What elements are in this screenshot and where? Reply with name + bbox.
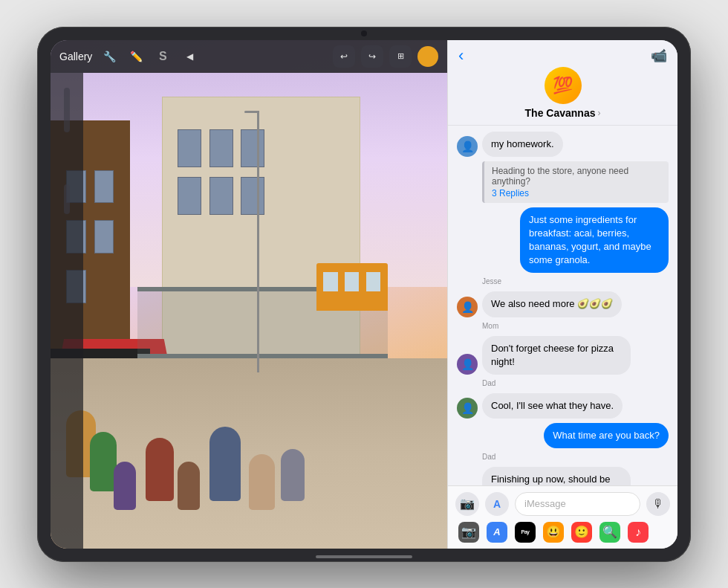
messages-back-button[interactable]: ‹ [458, 48, 464, 64]
smudge-icon[interactable]: S [153, 47, 172, 66]
avatar-jesse: 👤 [457, 297, 478, 317]
drawing-app: Gallery 🔧 ✏️ S ◀ ↩ ↪ ⊞ [51, 40, 447, 549]
avatar-dad: 👤 [457, 398, 478, 419]
eraser-icon[interactable]: ◀ [180, 47, 199, 66]
ipad-device: Gallery 🔧 ✏️ S ◀ ↩ ↪ ⊞ [37, 27, 691, 562]
message-bubble-outgoing: Just some ingredients for breakfast: aca… [520, 207, 669, 274]
person-4 [146, 438, 174, 501]
messages-body[interactable]: 👤 my homework. Heading to the store, any… [448, 126, 677, 485]
messages-input-bar: 📷 A iMessage 🎙 📷 A Pay 😃 🙂 🔍 ♪ [448, 485, 677, 549]
ipad-camera [361, 30, 367, 36]
window-1 [178, 129, 201, 167]
group-avatar[interactable]: 💯 [545, 67, 582, 104]
window-2 [209, 129, 233, 167]
tram [316, 263, 388, 311]
message-bubble-mom: Don't forget cheese for pizza night! [482, 336, 631, 375]
side-toolbar [51, 73, 83, 549]
gallery-button[interactable]: Gallery [59, 51, 92, 62]
store-app-icon[interactable]: A [487, 522, 507, 543]
message-bubble-dad: Cool, I'll see what they have. [482, 393, 623, 419]
person-5 [178, 462, 200, 510]
person-2 [90, 432, 117, 491]
thread-replies-label[interactable]: 3 Replies [492, 188, 661, 198]
ipad-top-bar [342, 27, 386, 40]
audio-button[interactable]: 🎙 [646, 492, 670, 516]
applepay-icon[interactable]: Pay [515, 522, 536, 543]
message-bubble-outgoing2: What time are you back? [544, 423, 669, 448]
message-row-outgoing2: What time are you back? [457, 423, 669, 448]
window-5 [209, 177, 233, 215]
sender-label-dad2: Dad [457, 453, 669, 461]
ipad-screen: Gallery 🔧 ✏️ S ◀ ↩ ↪ ⊞ [51, 40, 677, 549]
message-row-dad2: 👤 Finishing up now, should be home in 10… [457, 467, 669, 485]
selection-icon[interactable]: ⊞ [389, 45, 412, 68]
window-4 [178, 177, 201, 215]
color-picker[interactable] [417, 46, 438, 67]
input-row: 📷 A iMessage 🎙 [455, 492, 670, 516]
imessage-input[interactable]: iMessage [515, 492, 640, 516]
brush-size-tool[interactable] [64, 184, 70, 214]
camera-app-icon[interactable]: 📷 [458, 522, 479, 543]
person-6 [209, 427, 241, 501]
redo-icon[interactable]: ↪ [361, 45, 383, 68]
pencil-icon[interactable]: ✏️ [126, 47, 146, 66]
music-app-icon[interactable]: ♪ [628, 522, 649, 543]
group-name-row[interactable]: The Cavannas › [525, 107, 601, 119]
message-bubble-jesse: We also need more 🥑🥑🥑 [482, 291, 622, 317]
sender-label-jesse: Jesse [457, 277, 669, 285]
window-3 [241, 129, 264, 167]
wrench-icon[interactable]: 🔧 [100, 47, 119, 66]
app-icons-row: 📷 A Pay 😃 🙂 🔍 ♪ [455, 522, 670, 543]
avatar-mom: 👤 [457, 354, 478, 375]
message-bubble: my homework. [482, 132, 563, 157]
message-row-dad: 👤 Cool, I'll see what they have. [457, 393, 669, 419]
person-8 [281, 449, 305, 501]
drawing-toolbar: Gallery 🔧 ✏️ S ◀ ↩ ↪ ⊞ [51, 40, 447, 73]
street-scene-illustration [51, 73, 447, 549]
brush-opacity-tool[interactable] [64, 88, 70, 132]
video-call-icon[interactable]: 📹 [651, 48, 667, 64]
group-name-label: The Cavannas [525, 107, 596, 119]
message-row-mom: 👤 Don't forget cheese for pizza night! [457, 336, 669, 375]
avatar-1: 👤 [457, 136, 478, 157]
person-3 [114, 462, 136, 510]
app-store-button[interactable]: A [485, 492, 509, 516]
messages-panel: ‹ 📹 💯 The Cavannas › 👤 my homework. [447, 40, 677, 549]
win-left-5 [94, 220, 114, 253]
messages-header: ‹ 📹 💯 The Cavannas › [448, 40, 677, 126]
undo-icon[interactable]: ↩ [333, 45, 355, 68]
animoji-icon[interactable]: 😃 [543, 522, 564, 543]
message-row-outgoing: Just some ingredients for breakfast: aca… [457, 207, 669, 274]
header-icons: 📹 [651, 48, 667, 64]
search-app-icon[interactable]: 🔍 [599, 522, 620, 543]
messages-nav-row: ‹ 📹 [458, 48, 667, 64]
group-chevron-icon: › [597, 108, 600, 118]
home-bar [316, 555, 412, 558]
lamppost [257, 111, 259, 372]
window-6 [241, 177, 264, 215]
thread-indicator[interactable]: Heading to the store, anyone need anythi… [482, 161, 669, 203]
sender-label-dad: Dad [457, 379, 669, 387]
memoji-icon[interactable]: 🙂 [571, 522, 592, 543]
camera-button[interactable]: 📷 [455, 492, 479, 516]
person-7 [249, 454, 275, 510]
message-row: 👤 my homework. [457, 132, 669, 157]
message-bubble-dad2: Finishing up now, should be home in 10 m… [482, 467, 631, 485]
win-left-4 [94, 170, 114, 204]
message-row-jesse: 👤 We also need more 🥑🥑🥑 [457, 291, 669, 317]
sender-label-mom: Mom [457, 322, 669, 330]
thread-text: Heading to the store, anyone need anythi… [492, 166, 661, 187]
imessage-placeholder: iMessage [524, 498, 566, 509]
